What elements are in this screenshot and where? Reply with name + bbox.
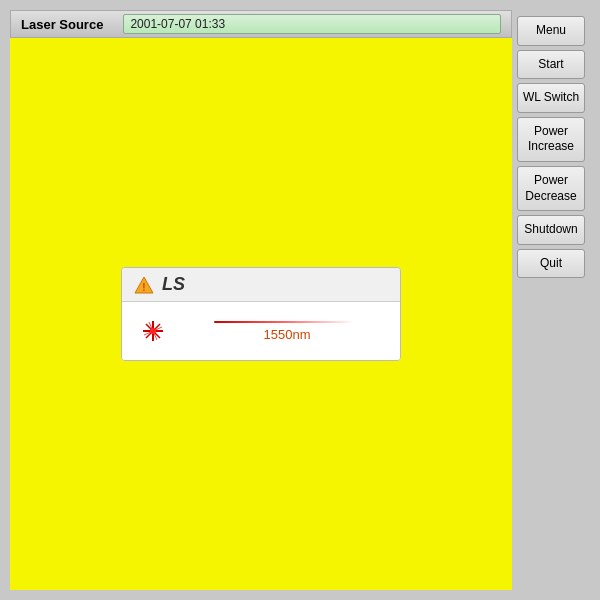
quit-button[interactable]: Quit bbox=[517, 249, 585, 279]
shutdown-button[interactable]: Shutdown bbox=[517, 215, 585, 245]
start-button[interactable]: Start bbox=[517, 50, 585, 80]
device-name: LS bbox=[162, 274, 185, 295]
center-content: ! LS bbox=[10, 38, 512, 590]
app-frame: Laser Source 2001-07-07 01:33 ! bbox=[0, 0, 600, 600]
wl-switch-button[interactable]: WL Switch bbox=[517, 83, 585, 113]
content-panel: Laser Source 2001-07-07 01:33 ! bbox=[10, 10, 512, 590]
title-bar: Laser Source 2001-07-07 01:33 bbox=[10, 10, 512, 38]
beam-line bbox=[214, 321, 354, 323]
timestamp-bar: 2001-07-07 01:33 bbox=[123, 14, 501, 34]
power-decrease-button[interactable]: PowerDecrease bbox=[517, 166, 585, 211]
laser-spark-icon bbox=[138, 316, 168, 346]
svg-point-8 bbox=[150, 328, 156, 334]
sidebar-buttons: Menu Start WL Switch PowerIncrease Power… bbox=[512, 10, 590, 590]
main-area: Laser Source 2001-07-07 01:33 ! bbox=[10, 10, 590, 590]
timestamp-text: 2001-07-07 01:33 bbox=[130, 17, 225, 31]
laser-beam-area: 1550nm bbox=[180, 321, 384, 342]
svg-text:!: ! bbox=[142, 282, 145, 293]
menu-button[interactable]: Menu bbox=[517, 16, 585, 46]
device-header: ! LS bbox=[122, 268, 400, 302]
wavelength-label: 1550nm bbox=[264, 327, 311, 342]
laser-source-label: Laser Source bbox=[21, 17, 103, 32]
power-increase-button[interactable]: PowerIncrease bbox=[517, 117, 585, 162]
warning-icon: ! bbox=[134, 276, 154, 294]
device-body: 1550nm bbox=[122, 302, 400, 360]
device-box: ! LS bbox=[121, 267, 401, 361]
